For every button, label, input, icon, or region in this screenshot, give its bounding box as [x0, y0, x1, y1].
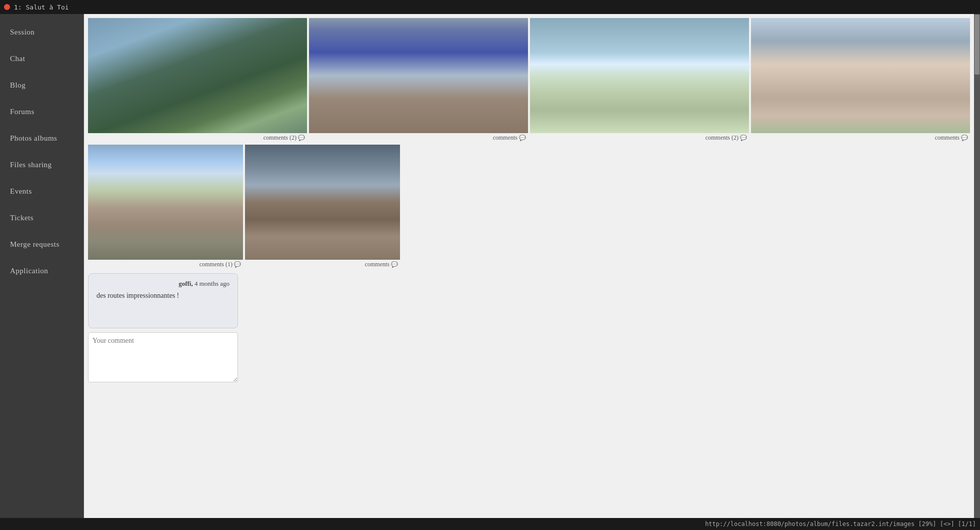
comment-bubble-icon: 💬 — [298, 135, 305, 141]
photo-sign[interactable]: comments💬 — [751, 18, 970, 143]
sidebar-item-blog[interactable]: Blog — [0, 72, 84, 99]
close-button[interactable] — [4, 4, 10, 10]
comment-bubble-icon-2: 💬 — [519, 135, 526, 141]
comment-input-wrapper — [88, 332, 238, 384]
comment-card: goffi, 4 months ago des routes impressio… — [88, 273, 238, 328]
comment-meta: goffi, 4 months ago — [96, 280, 230, 288]
comment-author: goffi, — [178, 280, 193, 287]
comment-text: des routes impressionnantes ! — [96, 292, 230, 300]
sidebar-item-tickets[interactable]: Tickets — [0, 205, 84, 231]
photo-mountains-comments[interactable]: comments (2)💬 — [88, 133, 307, 143]
photo-sign-comments[interactable]: comments💬 — [751, 133, 970, 143]
sidebar-item-application[interactable]: Application — [0, 258, 84, 284]
comment-bubble-icon-5: 💬 — [234, 261, 241, 268]
sidebar-item-photos-albums[interactable]: Photos albums — [0, 125, 84, 152]
photo-road-comments[interactable]: comments (1)💬 — [88, 260, 243, 269]
statusbar: http://localhost:8080/photos/album/files… — [0, 518, 980, 530]
photo-row-1: comments (2)💬 comments💬 comments (2)💬 co… — [88, 18, 970, 143]
photo-beach[interactable]: comments (2)💬 — [530, 18, 749, 143]
sidebar-item-files-sharing[interactable]: Files sharing — [0, 152, 84, 178]
comment-bubble-icon-6: 💬 — [391, 261, 398, 268]
scrollbar[interactable] — [974, 14, 980, 518]
sidebar-item-session[interactable]: Session — [0, 19, 84, 46]
photo-street-comments[interactable]: comments💬 — [245, 260, 400, 269]
sidebar-item-merge-requests[interactable]: Merge requests — [0, 231, 84, 258]
photo-road[interactable]: comments (1)💬 — [88, 145, 243, 269]
comment-bubble-icon-4: 💬 — [961, 135, 968, 141]
comment-bubble-icon-3: 💬 — [740, 135, 747, 141]
comment-timestamp: 4 months ago — [194, 280, 230, 287]
sidebar: Session Chat Blog Forums Photos albums F… — [0, 14, 84, 518]
photo-kangaroo[interactable]: comments💬 — [309, 18, 528, 143]
sidebar-item-forums[interactable]: Forums — [0, 99, 84, 125]
statusbar-url: http://localhost:8080/photos/album/files… — [705, 520, 976, 527]
sidebar-item-chat[interactable]: Chat — [0, 46, 84, 72]
window-title: 1: Salut à Toi — [14, 4, 69, 11]
scrollbar-thumb[interactable] — [974, 15, 980, 75]
titlebar: 1: Salut à Toi — [0, 0, 980, 14]
main-content: comments (2)💬 comments💬 comments (2)💬 co… — [84, 14, 974, 518]
comment-input[interactable] — [88, 332, 238, 382]
photo-kangaroo-comments[interactable]: comments💬 — [309, 133, 528, 143]
photo-mountains[interactable]: comments (2)💬 — [88, 18, 307, 143]
photo-row-2: comments (1)💬 comments💬 — [88, 145, 970, 269]
photo-street[interactable]: comments💬 — [245, 145, 400, 269]
photo-beach-comments[interactable]: comments (2)💬 — [530, 133, 749, 143]
sidebar-item-events[interactable]: Events — [0, 178, 84, 205]
